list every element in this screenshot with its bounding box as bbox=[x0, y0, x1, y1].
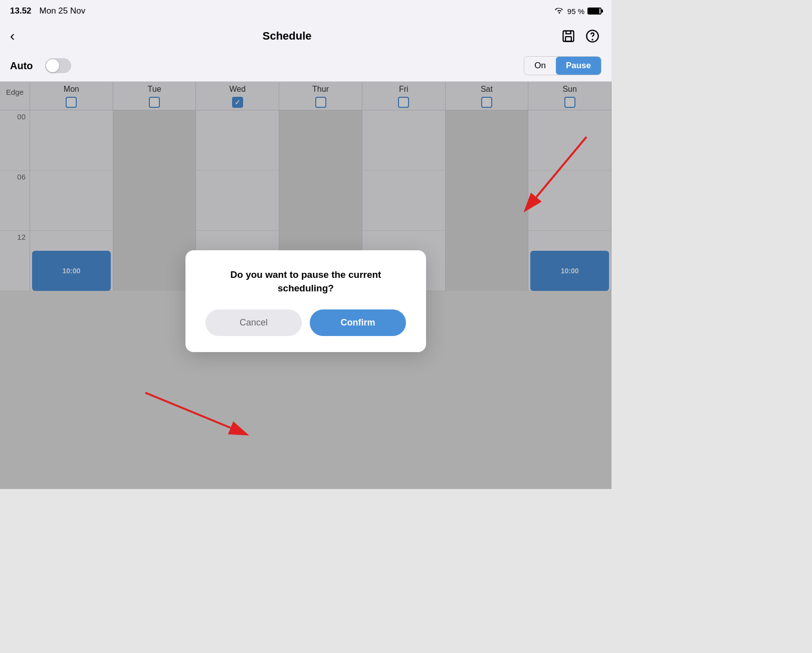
status-bar: 13.52 Mon 25 Nov 95 % bbox=[0, 0, 612, 22]
toggle-knob bbox=[46, 59, 59, 72]
auto-label: Auto bbox=[10, 60, 33, 72]
page-title: Schedule bbox=[263, 30, 312, 43]
confirmation-dialog: Do you want to pause the current schedul… bbox=[185, 250, 426, 352]
dialog-message: Do you want to pause the current schedul… bbox=[206, 268, 406, 295]
dialog-overlay: Do you want to pause the current schedul… bbox=[0, 82, 612, 489]
dialog-buttons: Cancel Confirm bbox=[206, 309, 406, 336]
status-time: 13.52 bbox=[10, 6, 32, 16]
on-pause-group: On Pause bbox=[524, 56, 601, 75]
cancel-button[interactable]: Cancel bbox=[206, 309, 302, 336]
back-button[interactable]: ‹ bbox=[10, 28, 15, 44]
save-button[interactable] bbox=[559, 27, 577, 45]
svg-point-3 bbox=[592, 39, 592, 40]
nav-bar: ‹ Schedule bbox=[0, 22, 612, 50]
content-wrapper: Edge Mon Tue Wed ✓ T bbox=[0, 82, 612, 489]
battery-percentage: 95 % bbox=[567, 7, 584, 16]
pause-button[interactable]: Pause bbox=[556, 57, 601, 75]
on-button[interactable]: On bbox=[524, 57, 556, 75]
svg-rect-1 bbox=[565, 37, 571, 41]
wifi-icon bbox=[554, 7, 564, 16]
confirm-button[interactable]: Confirm bbox=[310, 309, 406, 336]
controls-row: Auto On Pause bbox=[0, 50, 612, 82]
auto-toggle[interactable] bbox=[45, 58, 71, 73]
help-button[interactable] bbox=[583, 27, 601, 45]
battery-icon bbox=[587, 8, 601, 15]
status-date: Mon 25 Nov bbox=[40, 6, 86, 16]
